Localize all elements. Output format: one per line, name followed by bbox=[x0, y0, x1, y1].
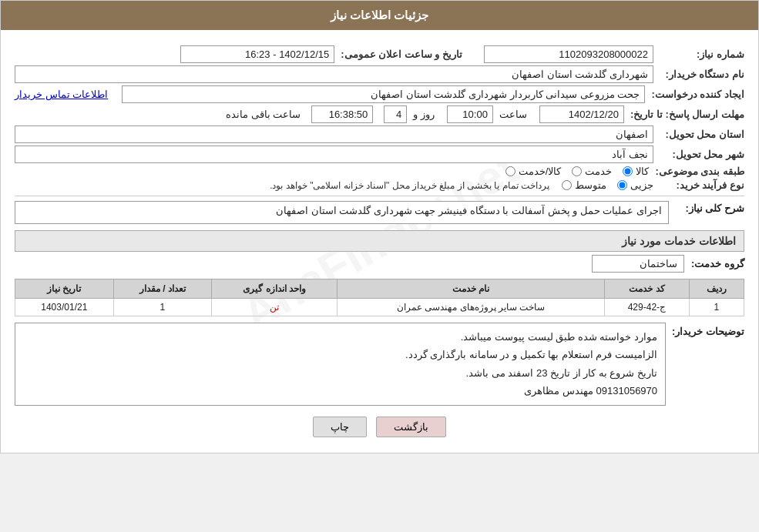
cell-unit: تن bbox=[212, 299, 338, 316]
cell-date: 1403/01/21 bbox=[15, 299, 114, 316]
category-option-service[interactable]: خدمت bbox=[572, 166, 612, 177]
services-section-title: اطلاعات خدمات مورد نیاز bbox=[15, 230, 744, 252]
city-value: نجف آباد bbox=[15, 146, 653, 163]
deadline-day-label: روز و bbox=[413, 109, 435, 120]
deadline-label: مهلت ارسال پاسخ: تا تاریخ: bbox=[630, 109, 744, 120]
services-group-label: گروه خدمت: bbox=[690, 258, 744, 269]
buyer-note-line: الزامیست فرم استعلام بها تکمیل و در ساما… bbox=[23, 346, 657, 363]
announcement-datetime-value: 1402/12/15 - 16:23 bbox=[180, 45, 334, 63]
col-header-name: نام خدمت bbox=[338, 279, 605, 299]
deadline-time-label: ساعت bbox=[499, 109, 527, 120]
deadline-days: 4 bbox=[384, 105, 407, 123]
province-value: اصفهان bbox=[15, 125, 653, 143]
category-option-goods[interactable]: کالا bbox=[623, 166, 649, 177]
deadline-time: 10:00 bbox=[447, 105, 493, 123]
print-button[interactable]: چاپ bbox=[313, 417, 367, 437]
cell-row: 1 bbox=[689, 299, 744, 316]
purchase-type-note: پرداخت تمام یا بخشی از مبلغ خریداز محل "… bbox=[15, 180, 549, 191]
creator-value: جحت مزروعی سیدانی کاربردار شهرداری گلدشت… bbox=[122, 85, 645, 103]
city-label: شهر محل تحویل: bbox=[660, 149, 744, 160]
contact-link[interactable]: اطلاعات تماس خریدار bbox=[15, 89, 108, 100]
services-group-value: ساختمان bbox=[592, 255, 684, 273]
col-header-code: کد خدمت bbox=[604, 279, 689, 299]
purchase-type-medium[interactable]: متوسط bbox=[562, 179, 606, 191]
announcement-datetime-label: تاریخ و ساعت اعلان عمومی: bbox=[341, 49, 462, 60]
purchase-type-radio-group: متوسط جزیی bbox=[562, 179, 653, 191]
page-header: جزئیات اطلاعات نیاز bbox=[1, 1, 758, 30]
col-header-quantity: تعداد / مقدار bbox=[113, 279, 211, 299]
buyer-note-line: موارد خواسته شده طبق لیست پیوست میباشد. bbox=[23, 328, 657, 346]
need-number-value: 1102093208000022 bbox=[484, 45, 653, 63]
buyer-notes-box: موارد خواسته شده طبق لیست پیوست میباشد.ا… bbox=[15, 323, 666, 406]
deadline-remaining-label: ساعت باقی مانده bbox=[226, 109, 301, 120]
buyer-org-label: نام دستگاه خریدار: bbox=[660, 69, 744, 80]
cell-name: ساخت سایر پروژه‌های مهندسی عمران bbox=[338, 299, 605, 316]
buyer-note-line: 09131056970 مهندس مظاهری bbox=[23, 382, 657, 400]
category-radio-group: کالا/خدمت خدمت کالا bbox=[505, 166, 650, 177]
page-title: جزئیات اطلاعات نیاز bbox=[331, 8, 428, 22]
buyer-org-value: شهرداری گلدشت استان اصفهان bbox=[15, 65, 653, 83]
buyer-note-line: تاریخ شروع به کار از تاریخ 23 اسفند می ب… bbox=[23, 364, 657, 382]
deadline-date: 1402/12/20 bbox=[539, 105, 624, 123]
deadline-remaining: 16:38:50 bbox=[311, 105, 373, 123]
services-table: ردیف کد خدمت نام خدمت واحد اندازه گیری ت… bbox=[15, 279, 744, 316]
category-option-goods-services[interactable]: کالا/خدمت bbox=[505, 166, 562, 177]
cell-quantity: 1 bbox=[113, 299, 211, 316]
action-buttons: بازگشت چاپ bbox=[15, 417, 744, 437]
back-button[interactable]: بازگشت bbox=[376, 417, 446, 437]
purchase-type-small[interactable]: جزیی bbox=[617, 179, 653, 191]
cell-code: ج-42-429 bbox=[604, 299, 689, 316]
province-label: استان محل تحویل: bbox=[660, 129, 744, 140]
description-label: شرح کلی نیاز: bbox=[675, 201, 744, 214]
col-header-date: تاریخ نیاز bbox=[15, 279, 114, 299]
description-value: اجرای عملیات حمل و پخش آسفالت با دستگاه … bbox=[15, 201, 669, 224]
col-header-unit: واحد اندازه گیری bbox=[212, 279, 338, 299]
purchase-type-label: نوع فرآیند خرید: bbox=[660, 179, 744, 191]
creator-label: ایجاد کننده درخواست: bbox=[651, 89, 744, 100]
buyer-notes-label: توضیحات خریدار: bbox=[672, 323, 744, 337]
col-header-row: ردیف bbox=[689, 279, 744, 299]
need-number-label: شماره نیاز: bbox=[660, 49, 744, 60]
category-label: طبقه بندی موضوعی: bbox=[655, 166, 744, 177]
table-row: 1 ج-42-429 ساخت سایر پروژه‌های مهندسی عم… bbox=[15, 299, 744, 316]
